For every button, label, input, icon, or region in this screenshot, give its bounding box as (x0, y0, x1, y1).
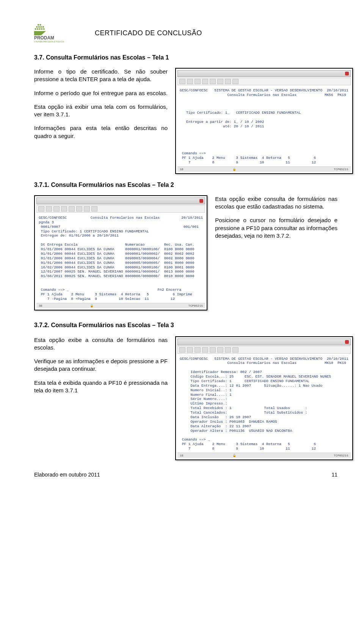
lock-icon: 🔒 (90, 304, 94, 307)
toolbar-button (46, 206, 52, 212)
terminal-2: GESC/CONFOESC Consulta Formularios nas E… (34, 195, 207, 310)
toolbar-button (210, 347, 216, 353)
close-icon (199, 199, 203, 203)
toolbar-button (38, 206, 44, 212)
terminal-footer-right: TCP0S215 (334, 454, 348, 457)
s371-para2: Posicione o cursor no formulário desejad… (215, 216, 337, 240)
toolbar-button (232, 347, 238, 353)
terminal-titlebar (36, 198, 205, 204)
s371-para1: Esta opção exibe consulta de formulários… (215, 195, 337, 211)
toolbar-button (195, 79, 201, 84)
toolbar-button (187, 347, 193, 353)
svg-rect-7 (37, 28, 38, 30)
toolbar-button (225, 79, 231, 84)
svg-rect-4 (41, 26, 42, 28)
s372-para2: Verifique se as informações e depois pre… (34, 357, 168, 373)
footer-left: Elaborado em outubro 2011 (34, 472, 100, 478)
page-title: CERTIFICADO DE CONCLUSÃO (95, 29, 202, 37)
heading-3-7: 3.7. Consulta Formulários nas Escolas – … (34, 54, 337, 61)
lock-icon: 🔒 (232, 454, 236, 457)
terminal-toolbar (177, 78, 351, 85)
toolbar-button (187, 79, 193, 84)
terminal-footer-right: TCP0S215 (188, 304, 203, 307)
toolbar-button (84, 206, 90, 212)
svg-rect-9 (41, 28, 42, 30)
terminal-titlebar (177, 70, 351, 77)
s37-para3: Esta opção irá exibir uma tela com os fo… (34, 103, 168, 119)
terminal-footer: 1B🔒TCP0S215 (177, 453, 351, 458)
toolbar-button (179, 79, 185, 84)
terminal-1: GESC/CONFOESC SISTEMA DE GESTAO ESCOLAR … (175, 68, 353, 174)
toolbar-button (202, 79, 208, 84)
s37-para1: Informe o tipo de certificado. Se não so… (34, 68, 168, 83)
terminal-titlebar (177, 339, 351, 345)
svg-rect-5 (42, 26, 44, 28)
toolbar-button (179, 347, 185, 353)
svg-rect-6 (35, 28, 36, 30)
toolbar-button (210, 79, 216, 84)
s37-para2: Informe o período que foi entregue para … (34, 89, 168, 97)
terminal-3: GESC/CONFOESC SISTEMA DE GESTAO ESCOLAR … (175, 336, 353, 460)
svg-rect-1 (40, 24, 41, 26)
lock-icon: 🔒 (232, 168, 236, 171)
s37-para4: Informações para esta tela então descrit… (34, 124, 168, 140)
s372-para1: Esta opção exibe a consulta de formulári… (34, 336, 168, 352)
svg-rect-8 (39, 28, 41, 30)
toolbar-button (69, 206, 75, 212)
toolbar-button (76, 206, 82, 212)
svg-rect-10 (43, 28, 45, 30)
page-number: 11 (331, 472, 337, 478)
toolbar-button (91, 206, 97, 212)
toolbar-button (61, 206, 67, 212)
close-icon (345, 72, 349, 75)
heading-3-7-1: 3.7.1. Consulta Formulários nas Escolas … (34, 182, 337, 188)
heading-3-7-2: 3.7.2. Consulta Formulários nas Escolas … (34, 322, 337, 329)
toolbar-button (202, 347, 208, 353)
svg-rect-3 (38, 26, 40, 28)
terminal-1-screen: GESC/CONFOESC SISTEMA DE GESTAO ESCOLAR … (177, 86, 351, 166)
page-header: PRODAM O FUTURO PRA GENTE É TODO DIA CER… (34, 23, 337, 44)
toolbar-button (217, 347, 223, 353)
terminal-toolbar (36, 205, 205, 213)
terminal-footer: 3B🔒TCP0S215 (36, 303, 205, 308)
logo-icon: PRODAM O FUTURO PRA GENTE É TODO DIA (34, 23, 76, 44)
logo-subtext: O FUTURO PRA GENTE É TODO DIA (34, 41, 64, 43)
logo-text: PRODAM (34, 35, 54, 41)
terminal-toolbar (177, 346, 351, 354)
terminal-2-screen: GESC/CONFOESC Consulta Formularios nas E… (36, 213, 205, 303)
toolbar-button (217, 79, 223, 84)
toolbar-button (53, 206, 60, 212)
toolbar-button (195, 347, 201, 353)
toolbar-button (232, 79, 238, 84)
terminal-footer-right: TCP0S215 (334, 168, 348, 171)
svg-marker-11 (34, 31, 46, 35)
svg-rect-2 (36, 26, 38, 28)
page-footer: Elaborado em outubro 2011 11 (34, 472, 337, 478)
terminal-footer: 1B🔒TCP0S215 (177, 166, 351, 172)
close-icon (345, 340, 349, 344)
s372-para3: Esta tela é exibida quando a PF10 é pres… (34, 379, 168, 395)
toolbar-button (225, 347, 231, 353)
svg-rect-0 (38, 24, 39, 26)
terminal-3-screen: GESC/CONFOESC SISTEMA DE GESTAO ESCOLAR … (177, 354, 351, 453)
prodam-logo: PRODAM O FUTURO PRA GENTE É TODO DIA (34, 23, 76, 44)
